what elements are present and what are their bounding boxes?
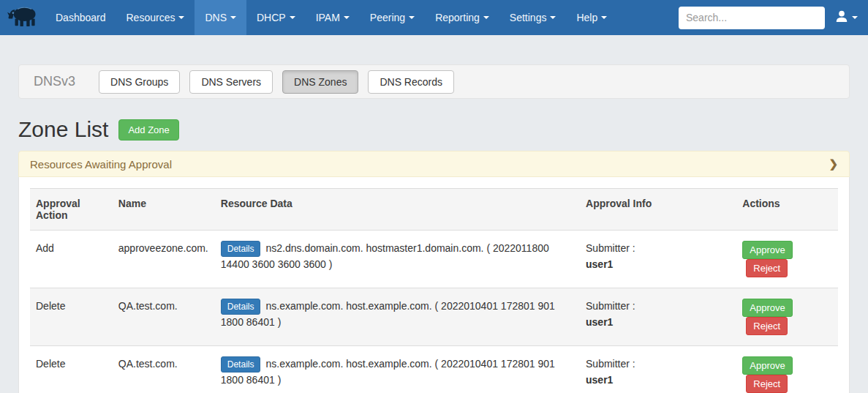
actions-cell: ApproveReject xyxy=(736,231,838,288)
tab-dns-servers[interactable]: DNS Servers xyxy=(189,70,273,94)
nav-label: IPAM xyxy=(316,12,340,23)
details-button[interactable]: Details xyxy=(221,241,261,257)
details-button[interactable]: Details xyxy=(221,299,261,315)
reject-button[interactable]: Reject xyxy=(746,259,788,277)
resource-data-text: ns.example.com. host.example.com. ( 2022… xyxy=(221,358,555,386)
reject-button[interactable]: Reject xyxy=(746,375,788,393)
submitter-name: user1 xyxy=(586,258,613,270)
nav-item-dashboard[interactable]: Dashboard xyxy=(45,0,116,35)
nav-item-help[interactable]: Help xyxy=(566,0,617,35)
submitter-name: user1 xyxy=(586,316,613,328)
resource-data-text: ns2.dns.domain.com. hostmaster1.domain.c… xyxy=(221,242,549,270)
col-header-actions: Actions xyxy=(736,189,838,231)
nav-item-ipam[interactable]: IPAM xyxy=(306,0,360,35)
user-menu[interactable] xyxy=(835,10,858,26)
subnav-title: DNSv3 xyxy=(34,74,75,89)
zone-name-cell: QA.test.com. xyxy=(113,288,215,346)
approval-panel-body: Approval Action Name Resource Data Appro… xyxy=(18,177,850,393)
chevron-down-icon xyxy=(178,16,184,19)
chevron-down-icon xyxy=(409,16,415,19)
resource-data-cell: Detailsns.example.com. host.example.com.… xyxy=(215,288,580,346)
submitter-label: Submitter : xyxy=(586,242,635,254)
reject-button[interactable]: Reject xyxy=(746,317,788,335)
zone-name-cell: QA.test.com. xyxy=(113,346,215,393)
nav-label: Dashboard xyxy=(56,12,106,23)
approve-button[interactable]: Approve xyxy=(742,299,792,317)
search-input[interactable] xyxy=(679,7,825,29)
nav-item-dhcp[interactable]: DHCP xyxy=(246,0,306,35)
tab-dns-records[interactable]: DNS Records xyxy=(368,70,454,94)
approval-info-cell: Submitter : user1 xyxy=(580,288,736,346)
nav-item-reporting[interactable]: Reporting xyxy=(425,0,499,35)
top-navbar: Dashboard Resources DNS DHCP IPAM Peerin… xyxy=(0,0,868,35)
nav-label: Resources xyxy=(127,12,176,23)
add-zone-button[interactable]: Add Zone xyxy=(118,119,178,141)
approval-info-cell: Submitter : user1 xyxy=(580,231,736,288)
chevron-down-icon xyxy=(601,16,607,19)
col-header-approval-info: Approval Info xyxy=(580,189,736,231)
col-header-approval-action: Approval Action xyxy=(30,189,113,231)
user-icon xyxy=(835,10,848,26)
nav-label: DHCP xyxy=(257,12,286,23)
approval-action-cell: Add xyxy=(30,231,113,288)
nav-label: Settings xyxy=(510,12,547,23)
chevron-down-icon xyxy=(852,16,858,19)
nav-item-settings[interactable]: Settings xyxy=(499,0,567,35)
approval-info-cell: Submitter : user1 xyxy=(580,346,736,393)
main-content: DNSv3 DNS Groups DNS Servers DNS Zones D… xyxy=(0,64,868,393)
nav-item-peering[interactable]: Peering xyxy=(360,0,425,35)
approval-panel: Resources Awaiting Approval ❯ Approval A… xyxy=(18,151,850,393)
navbar-right xyxy=(679,0,868,35)
nav-label: DNS xyxy=(205,12,227,23)
chevron-right-icon[interactable]: ❯ xyxy=(829,157,838,171)
approve-button[interactable]: Approve xyxy=(742,356,792,375)
dns-subnav: DNSv3 DNS Groups DNS Servers DNS Zones D… xyxy=(18,64,850,99)
col-header-resource-data: Resource Data xyxy=(215,189,580,231)
table-row: Add approveezone.com. Detailsns2.dns.dom… xyxy=(30,231,838,288)
approve-button[interactable]: Approve xyxy=(742,241,792,259)
resource-data-cell: Detailsns.example.com. host.example.com.… xyxy=(215,346,580,393)
chevron-down-icon xyxy=(550,16,556,19)
page-head: Zone List Add Zone xyxy=(18,117,850,142)
approval-table: Approval Action Name Resource Data Appro… xyxy=(30,188,838,393)
zone-name-cell: approveezone.com. xyxy=(113,231,215,288)
submitter-label: Submitter : xyxy=(586,358,635,370)
main-nav: Dashboard Resources DNS DHCP IPAM Peerin… xyxy=(45,0,617,35)
details-button[interactable]: Details xyxy=(221,356,261,373)
actions-cell: ApproveReject xyxy=(736,346,838,393)
nav-label: Reporting xyxy=(435,12,480,23)
nav-item-dns[interactable]: DNS xyxy=(195,0,246,35)
approval-action-cell: Delete xyxy=(30,346,113,393)
resource-data-text: ns.example.com. host.example.com. ( 2022… xyxy=(221,300,555,328)
search-group xyxy=(679,7,825,29)
page-title: Zone List xyxy=(18,117,108,142)
resource-data-cell: Detailsns2.dns.domain.com. hostmaster1.d… xyxy=(215,231,580,288)
approval-panel-header[interactable]: Resources Awaiting Approval ❯ xyxy=(18,151,850,177)
nav-label: Peering xyxy=(370,12,405,23)
submitter-name: user1 xyxy=(586,374,613,386)
chevron-down-icon xyxy=(483,16,489,19)
approval-action-cell: Delete xyxy=(30,288,113,346)
table-row: Delete QA.test.com. Detailsns.example.co… xyxy=(30,346,838,393)
col-header-name: Name xyxy=(113,189,215,231)
submitter-label: Submitter : xyxy=(586,300,635,312)
chevron-down-icon xyxy=(344,16,350,19)
subnav-tabs: DNS Groups DNS Servers DNS Zones DNS Rec… xyxy=(99,70,454,94)
chevron-down-icon xyxy=(290,16,295,19)
nav-item-resources[interactable]: Resources xyxy=(116,0,195,35)
actions-cell: ApproveReject xyxy=(736,288,838,346)
nav-label: Help xyxy=(576,12,597,23)
table-header-row: Approval Action Name Resource Data Appro… xyxy=(30,189,838,231)
rhino-logo-icon xyxy=(7,4,38,31)
table-row: Delete QA.test.com. Detailsns.example.co… xyxy=(30,288,838,346)
tab-dns-zones[interactable]: DNS Zones xyxy=(282,70,358,94)
tab-dns-groups[interactable]: DNS Groups xyxy=(99,70,180,94)
chevron-down-icon xyxy=(230,16,236,19)
approval-panel-title: Resources Awaiting Approval xyxy=(30,158,172,171)
brand-logo[interactable] xyxy=(0,0,45,35)
